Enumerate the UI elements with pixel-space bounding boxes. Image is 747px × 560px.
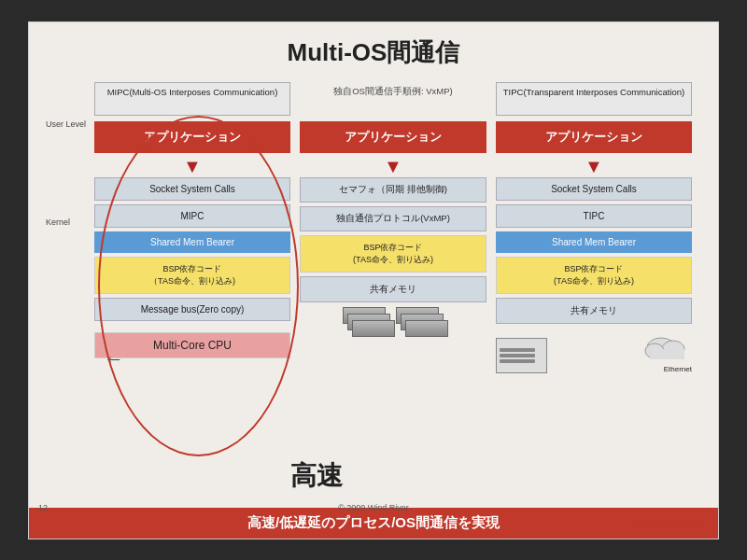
user-level-label: User Level	[46, 119, 86, 129]
arrow-down-mid: ▼	[300, 157, 486, 175]
cloud-icon	[641, 329, 692, 361]
mid-app-block: アプリケーション	[300, 121, 486, 153]
slide-container: Multi-OS間通信 User Level Kernel MIPC(Multi…	[28, 21, 719, 539]
chip-stack-2	[396, 307, 444, 344]
right-col-header: TIPC(Transparent Interposes Communicatio…	[496, 82, 692, 116]
arrow-down-right: ▼	[496, 157, 692, 175]
right-icons-area: Ethernet	[496, 329, 692, 373]
left-bsp-block: BSP依存コード（TAS命令、割り込み)	[94, 257, 290, 294]
mid-shared-mem-label: 共有メモリ	[300, 276, 486, 302]
left-msgbus-block: Message bus(Zero copy)	[94, 298, 290, 321]
kernel-label: Kernel	[46, 217, 70, 227]
wind-river-logo: WIND RIVER	[636, 518, 703, 531]
col-right: TIPC(Transparent Interposes Communicatio…	[496, 82, 692, 373]
server-icon	[496, 338, 552, 373]
high-speed-label: 高速	[290, 458, 343, 494]
ethernet-label: Ethernet	[641, 365, 692, 373]
mid-semaphore-block: セマフォ（同期 排他制御)	[300, 177, 486, 203]
left-mipc-block: MIPC	[94, 204, 290, 228]
mid-bsp-block: BSP依存コード(TAS命令、割り込み)	[300, 235, 486, 273]
right-tipc-block: TIPC	[496, 204, 692, 228]
left-app-block: アプリケーション	[94, 121, 290, 153]
right-app-block: アプリケーション	[496, 121, 692, 153]
svg-rect-3	[650, 349, 684, 358]
mid-protocol-block: 独自通信プロトコル(VxMP)	[300, 206, 486, 231]
col-mid: 独自OS間通信手順例: VxMP) アプリケーション ▼ セマフォ（同期 排他制…	[300, 82, 486, 373]
slide-title: Multi-OS間通信	[48, 36, 699, 69]
right-socket-block: Socket System Calls	[496, 177, 692, 201]
left-col-header: MIPC(Multi-OS Interposes Communication)	[94, 82, 290, 116]
chip-stack-1	[343, 307, 391, 344]
col-left: User Level Kernel MIPC(Multi-OS Interpos…	[94, 82, 290, 373]
right-shared-mem-label: 共有メモリ	[496, 298, 692, 324]
mid-memory-chips	[300, 307, 486, 344]
arrow-down-left-1: ▼	[94, 157, 290, 175]
right-shared-mem-bearer-block: Shared Mem Bearer	[496, 231, 692, 253]
left-socket-block: Socket System Calls	[94, 177, 290, 201]
slide-number: 12	[38, 503, 48, 512]
left-shared-mem-block: Shared Mem Bearer	[94, 231, 290, 253]
mid-col-header: 独自OS間通信手順例: VxMP)	[300, 82, 486, 116]
left-arrow: ←	[104, 347, 124, 371]
right-bsp-block: BSP依存コード(TAS命令、割り込み)	[496, 257, 692, 294]
ethernet-area: Ethernet	[641, 329, 692, 373]
copyright-text: © 2009 Wind River	[338, 503, 409, 512]
